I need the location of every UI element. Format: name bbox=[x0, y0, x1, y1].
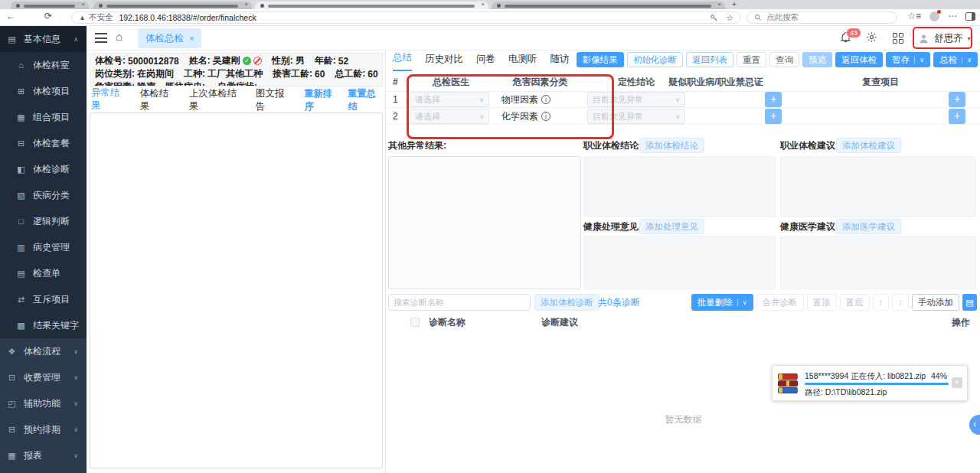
info-icon[interactable]: i bbox=[541, 112, 550, 121]
other-results-textarea[interactable] bbox=[388, 156, 581, 289]
browser-profile-avatar[interactable] bbox=[929, 11, 939, 21]
sidebar-group-appointment[interactable]: ⊟预约排期∨ bbox=[0, 416, 87, 442]
info-icon[interactable]: i bbox=[541, 95, 550, 104]
doctor-select[interactable]: 请选择∨ bbox=[410, 109, 489, 124]
sidebar-group-fee-mgmt[interactable]: ⊡收费管理∨ bbox=[0, 364, 87, 390]
tab-close-icon[interactable]: × bbox=[717, 1, 721, 8]
add-advice-button[interactable]: 添加医学建议 bbox=[836, 219, 901, 234]
sidebar-item-packages[interactable]: ⊟体检套餐 bbox=[0, 130, 87, 156]
move-up-button[interactable]: ↑ bbox=[873, 294, 890, 311]
diagnosis-table-header: 诊断名称 诊断建议 操作 bbox=[387, 314, 980, 331]
pin-bottom-button[interactable]: 置底 bbox=[840, 294, 870, 311]
tab-followup[interactable]: 随访 bbox=[550, 53, 570, 71]
sidebar-item-history-mgmt[interactable]: ▥病史管理 bbox=[0, 234, 87, 260]
sidebar-group-aux-functions[interactable]: ◰辅助功能∨ bbox=[0, 390, 87, 416]
user-menu[interactable]: 舒思齐 ▾ bbox=[918, 30, 971, 47]
key-icon[interactable] bbox=[710, 14, 718, 22]
merge-diagnosis-button[interactable]: 合并诊断 bbox=[756, 294, 804, 311]
bookmark-star-icon[interactable]: ☆ bbox=[726, 13, 733, 23]
sidebar-panel-icon[interactable] bbox=[965, 12, 975, 21]
sidebar-item-diagnosis[interactable]: ◧体检诊断 bbox=[0, 156, 87, 182]
advice-textarea[interactable] bbox=[780, 236, 976, 289]
conclusion-select[interactable]: 目前未见异常∨ bbox=[587, 92, 685, 107]
back-icon[interactable]: ← bbox=[6, 11, 15, 21]
browser-tab[interactable]: × bbox=[93, 2, 252, 9]
caret-down-icon[interactable]: ∨ bbox=[962, 57, 972, 64]
sidebar-group-basic-info[interactable]: ▤基本信息∧ bbox=[0, 26, 87, 52]
tab-audiometry[interactable]: 电测听 bbox=[508, 53, 537, 71]
browser-tab-active[interactable]: × bbox=[255, 2, 488, 9]
sidebar-item-logic-judge[interactable]: □逻辑判断 bbox=[0, 208, 87, 234]
browser-search[interactable]: 点此搜索 bbox=[746, 11, 897, 24]
batch-delete-button[interactable]: 批量删除∨ bbox=[691, 294, 753, 311]
add-conclusion-button[interactable]: 添加体检结论 bbox=[639, 138, 704, 153]
select-all-checkbox[interactable] bbox=[410, 318, 420, 327]
browser-tab[interactable]: × bbox=[492, 2, 725, 9]
sidebar-group-exam-flow[interactable]: ❖体检流程∨ bbox=[0, 338, 87, 364]
chevron-down-icon: ∨ bbox=[74, 426, 78, 433]
suggestion-textarea[interactable] bbox=[780, 156, 976, 217]
file-transfer-popup: 158****3994 正在传入: lib0821.zip 44% 路径: D:… bbox=[772, 365, 968, 401]
apps-grid-icon[interactable] bbox=[893, 33, 903, 44]
close-icon[interactable]: × bbox=[952, 377, 962, 388]
hamburger-menu-icon[interactable] bbox=[95, 33, 107, 43]
browser-tab[interactable]: × bbox=[11, 2, 89, 9]
list-view-icon[interactable]: ▤ bbox=[962, 294, 977, 311]
query-button[interactable]: 查询 bbox=[769, 52, 799, 67]
sidebar-item-disease-class[interactable]: ▧疾病分类 bbox=[0, 182, 87, 208]
caret-down-icon[interactable]: ∨ bbox=[914, 57, 924, 64]
back-to-list-button[interactable]: 返回列表 bbox=[686, 52, 733, 67]
sidebar-item-exam-items[interactable]: ⊞体检项目 bbox=[0, 78, 87, 104]
tab-close-icon[interactable]: × bbox=[81, 1, 85, 8]
add-suspected-disease-button[interactable]: + bbox=[765, 92, 782, 107]
init-diagnosis-button[interactable]: 初始化诊断 bbox=[627, 52, 684, 67]
caret-down-icon[interactable]: ∨ bbox=[737, 299, 747, 306]
preview-button[interactable]: 预览 bbox=[802, 52, 832, 67]
refresh-icon[interactable]: ⟳ bbox=[44, 11, 52, 21]
new-tab-icon[interactable]: + bbox=[732, 0, 737, 8]
add-opinion-button[interactable]: 添加处理意见 bbox=[639, 219, 704, 234]
conclusion-select[interactable]: 目前未见异常∨ bbox=[587, 109, 685, 124]
sidebar-item-mutex-items[interactable]: ⇄互斥项目 bbox=[0, 286, 87, 312]
sidebar-item-result-keywords[interactable]: ▩结果关键字 bbox=[0, 312, 87, 338]
security-label: 不安全 bbox=[89, 12, 113, 23]
tab-questionnaire[interactable]: 问卷 bbox=[476, 53, 495, 71]
pin-top-button[interactable]: 置顶 bbox=[807, 294, 837, 311]
image-results-button[interactable]: 影像结果 bbox=[577, 52, 624, 67]
add-recheck-item-button[interactable]: + bbox=[949, 109, 965, 124]
opinion-textarea[interactable] bbox=[583, 236, 776, 289]
back-to-exam-button[interactable]: 返回体检 bbox=[835, 52, 883, 67]
move-down-button[interactable]: ↓ bbox=[892, 294, 909, 311]
more-menu-icon[interactable]: ⋯ bbox=[948, 11, 957, 21]
add-diagnosis-button[interactable]: 添加体检诊断 bbox=[534, 294, 599, 311]
sidebar-group-reports[interactable]: ▦报表∨ bbox=[0, 442, 87, 468]
tab-close-icon[interactable]: × bbox=[481, 1, 485, 8]
swap-icon: ⇄ bbox=[16, 295, 26, 305]
add-recheck-item-button[interactable]: + bbox=[949, 92, 965, 107]
sidebar-item-check-sheet[interactable]: ▤检查单 bbox=[0, 260, 87, 286]
advice-label: 健康医学建议: bbox=[780, 219, 838, 234]
reorder-link[interactable]: 重新排序 bbox=[305, 87, 339, 113]
sidebar-item-departments[interactable]: ⌂体检科室 bbox=[0, 52, 87, 78]
save-draft-button[interactable]: 暂存∨ bbox=[886, 52, 930, 67]
home-icon[interactable]: ⌂ bbox=[116, 30, 122, 43]
address-bar[interactable]: ▲ 不安全 192.168.0.46:18838/#/order/finalch… bbox=[71, 11, 741, 24]
tab-summary[interactable]: 总结 bbox=[393, 51, 412, 71]
favorites-icon[interactable]: ☆≡ bbox=[907, 11, 921, 21]
reset-summary-link[interactable]: 重置总结 bbox=[348, 87, 382, 113]
manual-add-button[interactable]: 手动添加 bbox=[912, 294, 959, 311]
final-check-button[interactable]: 总检∨ bbox=[933, 52, 978, 67]
gear-icon[interactable] bbox=[866, 31, 877, 45]
diagnosis-search-input[interactable] bbox=[388, 294, 531, 311]
add-suspected-disease-button[interactable]: + bbox=[765, 109, 782, 124]
page-tab-final-check[interactable]: 体检总检 × bbox=[138, 28, 201, 48]
tab-close-icon[interactable]: × bbox=[244, 1, 248, 8]
sidebar-item-combo-items[interactable]: ▦组合项目 bbox=[0, 104, 87, 130]
doctor-select[interactable]: 请选择∨ bbox=[410, 92, 489, 107]
reset-button[interactable]: 重置 bbox=[737, 52, 766, 67]
notification-bell[interactable]: 43 bbox=[840, 31, 851, 46]
tab-history-compare[interactable]: 历史对比 bbox=[425, 53, 463, 71]
conclusion-textarea[interactable] bbox=[583, 156, 776, 217]
close-icon[interactable]: × bbox=[189, 34, 194, 43]
add-suggestion-button[interactable]: 添加体检建议 bbox=[836, 138, 901, 153]
